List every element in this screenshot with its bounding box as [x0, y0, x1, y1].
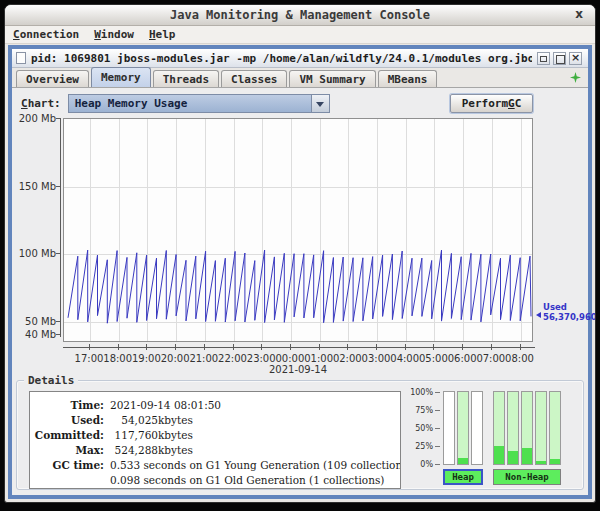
details-row-number: 117,760	[110, 428, 158, 443]
memory-pool-bar	[521, 391, 533, 465]
chart-plot-area	[63, 118, 533, 342]
tab-vm-summary[interactable]: VM Summary	[289, 70, 375, 87]
internal-frame: pid: 1069801 jboss-modules.jar -mp /home…	[8, 45, 592, 499]
used-label: Used	[543, 302, 589, 312]
y-tick-label: 100 Mb	[14, 248, 56, 259]
menu-bar: ConnectionWindowHelp	[5, 26, 595, 44]
perform-gc-button[interactable]: Perform GC	[450, 94, 533, 113]
bar-used-fill	[458, 458, 468, 464]
percent-tick-label: 50%	[407, 424, 433, 433]
y-axis	[60, 118, 61, 337]
details-row-value: 0.098 seconds on G1 Old Generation (1 co…	[110, 473, 384, 488]
bar-used-fill	[550, 459, 560, 464]
chart-label: Chart:	[21, 97, 61, 110]
tab-memory[interactable]: Memory	[91, 67, 151, 87]
percent-tick-mark	[435, 446, 440, 447]
x-tick-mark	[261, 344, 262, 350]
memory-pool-gauges: 100%75%50%25%0%HeapNon-Heap	[407, 389, 567, 501]
internal-frame-buttons	[537, 52, 582, 65]
x-tick-mark	[462, 344, 463, 350]
x-tick-mark	[175, 344, 176, 350]
x-tick-mark	[233, 344, 234, 350]
x-tick-mark	[433, 344, 434, 350]
memory-pool-bar	[507, 391, 519, 465]
memory-tab-content: Chart: Heap Memory Usage Perform GC 2021…	[12, 88, 588, 495]
details-info-box: Time:2021-09-14 08:01:50Used:54,025 kbyt…	[29, 391, 401, 489]
y-tick-label: 150 Mb	[14, 181, 56, 192]
x-axis	[63, 347, 535, 348]
details-row-label: Used:	[30, 413, 110, 428]
heap-button[interactable]: Heap	[443, 469, 483, 485]
bar-used-fill	[508, 451, 518, 464]
x-tick-label: 08:00	[503, 353, 537, 364]
memory-pool-bar	[443, 391, 455, 465]
details-row-label: Committed:	[30, 428, 110, 443]
main-window: Java Monitoring & Management Console x C…	[4, 4, 596, 503]
heap-usage-chart: 2021-09-14 Used 56,370,960 200 Mb150 Mb1…	[12, 116, 590, 378]
details-row-value: kbytes	[158, 413, 193, 428]
y-tick-mark	[56, 186, 61, 187]
details-row-value: kbytes	[158, 428, 193, 443]
menu-item-connection[interactable]: Connection	[13, 28, 79, 41]
details-row-number: 54,025	[110, 413, 158, 428]
details-row: Time:2021-09-14 08:01:50	[30, 398, 400, 413]
memory-pool-bar	[457, 391, 469, 465]
bar-committed-fill	[458, 392, 468, 464]
x-tick-mark	[89, 344, 90, 350]
heap-used-line	[64, 119, 534, 343]
details-row-label	[30, 473, 110, 488]
x-tick-mark	[118, 344, 119, 350]
percent-tick-label: 75%	[407, 406, 433, 415]
maximize-icon[interactable]	[553, 52, 566, 65]
y-tick-label: 50 Mb	[14, 316, 56, 327]
window-close-icon[interactable]: x	[575, 7, 583, 21]
memory-pool-bar	[535, 391, 547, 465]
y-tick-mark	[56, 334, 61, 335]
non-heap-button[interactable]: Non-Heap	[493, 469, 561, 485]
y-tick-mark	[56, 253, 61, 254]
percent-tick-mark	[435, 392, 440, 393]
bar-used-fill	[494, 446, 504, 464]
chart-select-dropdown[interactable]: Heap Memory Usage	[68, 94, 330, 113]
bar-used-fill	[522, 448, 532, 464]
used-marker-icon	[536, 312, 541, 318]
x-tick-mark	[491, 344, 492, 350]
menu-item-window[interactable]: Window	[94, 28, 134, 41]
details-row-value: 0.533 seconds on G1 Young Generation (10…	[110, 458, 401, 473]
details-row: Max:524,288 kbytes	[30, 443, 400, 458]
minimize-icon[interactable]	[537, 52, 550, 65]
x-axis-date-label: 2021-09-14	[63, 364, 533, 375]
x-tick-mark	[290, 344, 291, 350]
internal-frame-titlebar: pid: 1069801 jboss-modules.jar -mp /home…	[12, 49, 588, 68]
tab-overview[interactable]: Overview	[16, 70, 89, 87]
details-row-label: Time:	[30, 398, 110, 413]
title-bar: Java Monitoring & Management Console x	[5, 5, 595, 26]
y-tick-label: 40 Mb	[14, 329, 56, 340]
internal-frame-title: pid: 1069801 jboss-modules.jar -mp /home…	[31, 52, 532, 65]
connection-status-icon[interactable]	[570, 72, 581, 83]
bar-used-fill	[536, 461, 546, 464]
x-tick-mark	[204, 344, 205, 350]
tab-threads[interactable]: Threads	[153, 70, 219, 87]
details-row: Used:54,025 kbytes	[30, 413, 400, 428]
percent-tick-mark	[435, 428, 440, 429]
used-value: 56,370,960	[543, 312, 589, 322]
bar-committed-fill	[536, 392, 546, 464]
x-tick-mark	[146, 344, 147, 350]
chevron-down-icon[interactable]	[311, 95, 329, 112]
details-row-value: kbytes	[158, 443, 193, 458]
y-tick-label: 200 Mb	[14, 113, 56, 124]
menu-item-help[interactable]: Help	[149, 28, 176, 41]
tab-mbeans[interactable]: MBeans	[378, 70, 438, 87]
used-value-label: Used 56,370,960	[543, 302, 589, 322]
details-row-label: GC time:	[30, 458, 110, 473]
details-row-number: 524,288	[110, 443, 158, 458]
bar-committed-fill	[550, 392, 560, 464]
tab-bar: OverviewMemoryThreadsClassesVM SummaryMB…	[12, 68, 588, 88]
x-tick-mark	[376, 344, 377, 350]
close-icon[interactable]	[569, 52, 582, 65]
chart-controls: Chart: Heap Memory Usage Perform GC	[21, 93, 533, 114]
x-tick-mark	[520, 344, 521, 350]
details-group: Details Time:2021-09-14 08:01:50Used:54,…	[16, 380, 584, 490]
tab-classes[interactable]: Classes	[221, 70, 287, 87]
